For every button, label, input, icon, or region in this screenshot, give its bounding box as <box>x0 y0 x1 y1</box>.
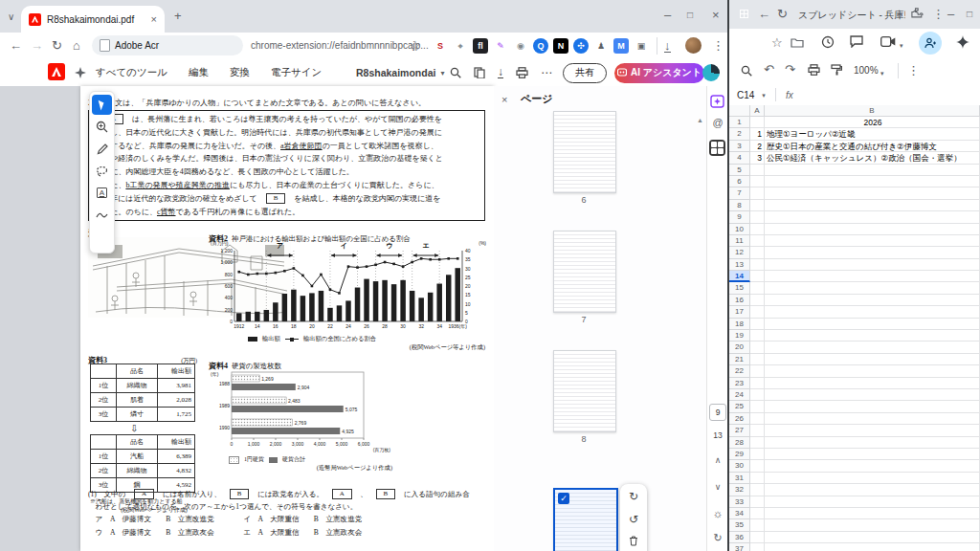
cell-B33[interactable] <box>765 496 980 508</box>
site-info-icon[interactable] <box>100 39 110 52</box>
extension-icon[interactable]: ✎ <box>493 38 508 54</box>
next-page-icon[interactable]: ∨ <box>707 482 727 492</box>
row-header-35[interactable]: 35 <box>729 519 750 531</box>
video-call-icon[interactable] <box>880 36 896 47</box>
row-header-16[interactable]: 16 <box>729 295 750 306</box>
minimize-button[interactable]: – <box>947 8 954 20</box>
page-thumbnail[interactable] <box>553 350 616 432</box>
cell-B3[interactable]: 歴史①日本の産業と交通の結び付き②伊藤博文 <box>765 141 980 152</box>
cell-A15[interactable] <box>750 282 765 294</box>
gemini-icon[interactable] <box>955 34 970 50</box>
cell-B29[interactable] <box>765 449 980 460</box>
toolbar-more-icon[interactable]: ⋮ <box>907 64 920 77</box>
account-avatar[interactable] <box>702 64 720 81</box>
cell-A35[interactable] <box>750 519 765 531</box>
row-header-33[interactable]: 33 <box>729 496 750 508</box>
address-bar[interactable]: Adobe Acr <box>92 35 243 55</box>
undo-icon[interactable]: ↶ <box>764 63 774 76</box>
row-header-25[interactable]: 25 <box>729 401 750 412</box>
cell-A33[interactable] <box>750 496 765 508</box>
cell-A5[interactable] <box>750 165 765 176</box>
cell-A20[interactable] <box>750 342 765 353</box>
row-header-11[interactable]: 11 <box>729 235 750 247</box>
row-header-6[interactable]: 6 <box>729 176 750 187</box>
name-box[interactable]: C14 <box>737 90 754 100</box>
text-comment-tool[interactable]: A <box>92 183 112 203</box>
cell-B8[interactable] <box>765 200 980 211</box>
cell-A36[interactable] <box>750 532 765 543</box>
extension-icon[interactable]: ♟ <box>593 38 609 54</box>
menu-all-tools[interactable]: すべてのツール <box>96 66 167 79</box>
scroll-up-icon[interactable]: ▲ <box>697 117 703 123</box>
cell-B7[interactable] <box>765 187 980 199</box>
row-header-24[interactable]: 24 <box>729 389 750 401</box>
page-thumbnails-icon[interactable] <box>474 67 485 78</box>
cell-B2[interactable]: 地理①ヨーロッパ②近畿 <box>765 128 980 140</box>
tab-close-icon[interactable]: × <box>151 13 157 26</box>
row-header-22[interactable]: 22 <box>729 365 750 377</box>
cell-A32[interactable] <box>750 484 765 496</box>
pen-tool[interactable] <box>92 139 112 159</box>
quick-tools-icon[interactable] <box>75 67 86 78</box>
cell-A28[interactable] <box>750 437 765 449</box>
cell-B37[interactable] <box>765 543 980 551</box>
back-icon[interactable]: ← <box>758 8 770 20</box>
row-header-28[interactable]: 28 <box>729 437 750 449</box>
reload-icon[interactable]: ↻ <box>777 8 788 20</box>
row-header-21[interactable]: 21 <box>729 354 750 365</box>
cell-B36[interactable] <box>765 532 980 543</box>
lasso-tool[interactable] <box>92 161 112 181</box>
extension-icon[interactable]: Q <box>533 38 548 54</box>
version-history-icon[interactable] <box>821 35 835 49</box>
print-icon[interactable] <box>516 67 528 78</box>
print-icon[interactable] <box>808 64 820 76</box>
cell-B5[interactable] <box>765 165 980 176</box>
extension-icon[interactable]: ⌖ <box>453 38 468 54</box>
cell-B31[interactable] <box>765 473 980 484</box>
cell-A25[interactable] <box>750 401 765 412</box>
cell-B18[interactable] <box>765 319 980 330</box>
cell-A12[interactable] <box>750 247 765 258</box>
delete-page-icon[interactable] <box>629 536 638 549</box>
row-header-15[interactable]: 15 <box>729 282 750 294</box>
new-tab-button[interactable]: + <box>174 10 182 22</box>
cell-B13[interactable] <box>765 259 980 271</box>
browser-menu-icon[interactable]: ⋮ <box>712 39 724 52</box>
row-header-10[interactable]: 10 <box>729 224 750 235</box>
cell-A26[interactable] <box>750 413 765 425</box>
row-header-36[interactable]: 36 <box>729 532 750 543</box>
cell-B25[interactable] <box>765 401 980 412</box>
window-menu-icon[interactable]: ⋮ <box>932 8 945 20</box>
cell-A16[interactable] <box>750 295 765 306</box>
row-header-4[interactable]: 4 <box>729 152 750 164</box>
zoom-tool[interactable] <box>92 117 112 137</box>
cell-A8[interactable] <box>750 200 765 211</box>
cell-B35[interactable] <box>765 519 980 531</box>
current-page-box[interactable]: 9 <box>709 404 726 421</box>
cell-B20[interactable] <box>765 342 980 353</box>
row-header-34[interactable]: 34 <box>729 508 750 519</box>
cell-A14[interactable] <box>750 271 765 282</box>
comment-icon[interactable] <box>850 35 863 48</box>
cell-A23[interactable] <box>750 378 765 389</box>
row-header-5[interactable]: 5 <box>729 165 750 176</box>
cell-B4[interactable]: 公民①経済（キャッシュレス）②政治（国会・選挙） <box>765 152 980 164</box>
row-header-18[interactable]: 18 <box>729 319 750 330</box>
extensions-puzzle-icon[interactable] <box>911 8 924 20</box>
acrobat-logo-icon[interactable] <box>48 63 65 80</box>
row-header-32[interactable]: 32 <box>729 484 750 496</box>
cell-A6[interactable] <box>750 176 765 187</box>
reload-icon[interactable]: ↻ <box>52 39 62 52</box>
zoom-level[interactable]: 100% <box>854 65 879 76</box>
cell-A37[interactable] <box>750 543 765 551</box>
row-header-26[interactable]: 26 <box>729 413 750 425</box>
cell-B19[interactable] <box>765 330 980 342</box>
cell-A11[interactable] <box>750 235 765 247</box>
ai-panel-icon[interactable] <box>710 94 727 109</box>
cell-B27[interactable] <box>765 425 980 436</box>
row-header-37[interactable]: 37 <box>729 543 750 551</box>
select-tool[interactable] <box>92 95 112 115</box>
row-header-30[interactable]: 30 <box>729 460 750 472</box>
share-button[interactable] <box>919 32 942 55</box>
mentions-icon[interactable]: @ <box>707 117 727 128</box>
